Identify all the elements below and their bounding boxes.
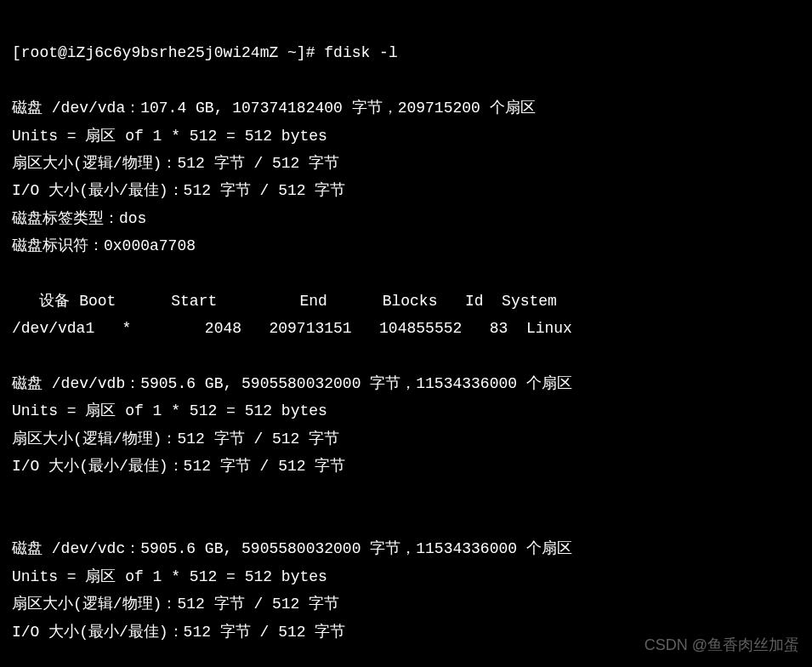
disk-vdb-header: 磁盘 /dev/vdb：5905.6 GB, 5905580032000 字节，… (12, 375, 572, 392)
disk-vdc-io: I/O 大小(最小/最佳)：512 字节 / 512 字节 (12, 624, 345, 641)
partition-table-header: 设备 Boot Start End Blocks Id System (12, 293, 557, 310)
disk-vda-label: 磁盘标签类型：dos (12, 210, 146, 227)
prompt-line: [root@iZj6c6y9bsrhe25j0wi24mZ ~]# fdisk … (12, 44, 398, 61)
disk-vda-io: I/O 大小(最小/最佳)：512 字节 / 512 字节 (12, 182, 345, 199)
watermark: CSDN @鱼香肉丝加蛋 (644, 631, 799, 658)
partition-row: /dev/vda1 * 2048 209713151 104855552 83 … (12, 320, 572, 337)
disk-vda-header: 磁盘 /dev/vda：107.4 GB, 107374182400 字节，20… (12, 100, 536, 117)
disk-vdc-units: Units = 扇区 of 1 * 512 = 512 bytes (12, 568, 327, 585)
disk-vdb-units: Units = 扇区 of 1 * 512 = 512 bytes (12, 402, 327, 419)
disk-vdc-sector: 扇区大小(逻辑/物理)：512 字节 / 512 字节 (12, 596, 339, 613)
disk-vdb-sector: 扇区大小(逻辑/物理)：512 字节 / 512 字节 (12, 430, 339, 448)
disk-vda-units: Units = 扇区 of 1 * 512 = 512 bytes (12, 128, 327, 145)
disk-vdc-header: 磁盘 /dev/vdc：5905.6 GB, 5905580032000 字节，… (12, 540, 572, 557)
disk-vda-id: 磁盘标识符：0x000a7708 (12, 237, 196, 254)
disk-vdb-io: I/O 大小(最小/最佳)：512 字节 / 512 字节 (12, 458, 345, 475)
disk-vda-sector: 扇区大小(逻辑/物理)：512 字节 / 512 字节 (12, 155, 339, 172)
